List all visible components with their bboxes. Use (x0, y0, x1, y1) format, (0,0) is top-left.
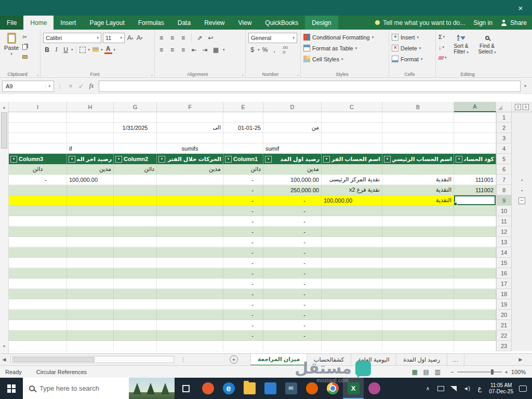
cell-D11[interactable]: - (263, 216, 322, 227)
paste-button[interactable]: Paste ▾ (3, 32, 20, 61)
filter-dropdown-icon[interactable]: ▼ (158, 156, 165, 163)
cell-H11[interactable] (67, 216, 114, 227)
row-header-11[interactable]: 11 (496, 216, 512, 227)
copy-button[interactable] (22, 43, 28, 51)
cell-C18[interactable] (322, 289, 382, 299)
cell-E5[interactable]: ▼Column1 (223, 154, 263, 164)
sheet-tabs-overflow[interactable]: ... (447, 354, 464, 366)
cell-I9[interactable] (9, 195, 67, 206)
cell-E6[interactable]: دائن (223, 164, 263, 175)
cell-B6[interactable] (382, 164, 454, 175)
filter-dropdown-icon[interactable]: ▼ (384, 156, 391, 163)
row-header-12[interactable]: 12 (496, 227, 512, 237)
cell-B19[interactable] (382, 299, 454, 310)
row-header-13[interactable]: 13 (496, 237, 512, 247)
sort-filter-button[interactable]: AZ Sort &Filter ▾ (450, 32, 473, 62)
row-header-5[interactable]: 5 (496, 154, 512, 164)
cancel-icon[interactable]: × (65, 83, 76, 90)
cell-A17[interactable] (454, 278, 496, 289)
cell-H18[interactable] (67, 289, 114, 299)
cell-I15[interactable] (9, 258, 67, 268)
cell-E18[interactable]: - (223, 289, 263, 299)
increase-decimal-button[interactable]: .00 (282, 45, 288, 50)
cell-B15[interactable] (382, 258, 454, 268)
cell-A10[interactable] (454, 206, 496, 216)
align-right-button[interactable]: ≡ (179, 45, 187, 55)
store-icon-slot[interactable] (260, 378, 281, 399)
insert-cells-button[interactable]: Insert ▾ (392, 32, 433, 43)
sheet-tab-4[interactable]: رصيد اول المدة (396, 354, 447, 366)
row-header-16[interactable]: 16 (496, 268, 512, 278)
filter-dropdown-icon[interactable]: ▼ (265, 156, 272, 163)
cell-E15[interactable]: - (223, 258, 263, 268)
cell-G6[interactable]: دائن (114, 164, 157, 175)
cell-A16[interactable] (454, 268, 496, 278)
row-header-7[interactable]: 7 (496, 175, 512, 185)
column-header-C[interactable]: C (322, 102, 382, 112)
cell-H15[interactable] (67, 258, 114, 268)
ribbon-tab-data[interactable]: Data (171, 16, 197, 30)
cell-B5[interactable]: ▼اسم الحساب الرئيسي (382, 154, 454, 164)
ribbon-tab-quickbooks[interactable]: QuickBooks (258, 16, 305, 30)
notifications-icon[interactable] (519, 385, 527, 392)
cell-F4[interactable]: sumifs (157, 143, 223, 154)
firefox-icon[interactable] (306, 382, 318, 394)
cell-E10[interactable]: - (223, 206, 263, 216)
cell-G1[interactable] (114, 112, 157, 123)
cell-E2[interactable]: 01-01-25 (223, 123, 263, 133)
cell-C5[interactable]: ▼اسم الحساب الفرعي (322, 154, 382, 164)
cell-G3[interactable] (114, 133, 157, 143)
cell-A13[interactable] (454, 237, 496, 247)
format-cells-button[interactable]: Format ▾ (392, 54, 433, 64)
scroll-up-icon[interactable]: ▲ (0, 103, 8, 111)
cell-F22[interactable] (157, 330, 223, 341)
cell-A21[interactable] (454, 320, 496, 330)
page-break-view-button[interactable]: ▥ (432, 368, 443, 376)
cell-F9[interactable] (157, 195, 223, 206)
cell-H7[interactable]: 100,000.00 (67, 175, 114, 185)
sign-in-button[interactable]: Sign in (473, 19, 493, 26)
decrease-font-size-button[interactable]: A▾ (136, 33, 143, 43)
cell-E13[interactable]: - (223, 237, 263, 247)
cell-E17[interactable]: - (223, 278, 263, 289)
zoom-slider-thumb[interactable] (491, 369, 494, 375)
cell-E3[interactable] (223, 133, 263, 143)
horizontal-scrollbar-thumb[interactable] (12, 357, 95, 362)
file-explorer-icon-slot[interactable] (239, 378, 260, 399)
cell-D7[interactable]: 100,000.00 (263, 175, 322, 185)
cell-D3[interactable] (263, 133, 322, 143)
excel-icon[interactable]: X (348, 382, 360, 394)
cell-I21[interactable] (9, 320, 67, 330)
percent-style-button[interactable]: % (261, 45, 269, 55)
cell-F7[interactable] (157, 175, 223, 185)
wrap-text-button[interactable]: ↩ (207, 33, 215, 43)
align-top-button[interactable]: ≡ (157, 33, 165, 43)
cell-C8[interactable]: نقدية فرع x2 (322, 185, 382, 195)
cell-A8[interactable]: 111002 (454, 185, 496, 195)
ribbon-tab-view[interactable]: View (232, 16, 259, 30)
cell-F18[interactable] (157, 289, 223, 299)
cell-D10[interactable]: - (263, 206, 322, 216)
cell-B3[interactable] (382, 133, 454, 143)
row-header-20[interactable]: 20 (496, 310, 512, 320)
cell-C11[interactable] (322, 216, 382, 227)
cell-C10[interactable] (322, 206, 382, 216)
row-header-15[interactable]: 15 (496, 258, 512, 268)
decrease-decimal-button[interactable]: .0 (282, 50, 288, 55)
cell-B18[interactable] (382, 289, 454, 299)
cell-G22[interactable] (114, 330, 157, 341)
align-bottom-button[interactable]: ≡ (179, 33, 187, 43)
cell-B14[interactable] (382, 247, 454, 258)
column-header-E[interactable]: E (223, 102, 263, 112)
cell-F3[interactable] (157, 133, 223, 143)
cell-D13[interactable]: - (263, 237, 322, 247)
ribbon-tab-file[interactable]: File (0, 16, 23, 30)
opera-icon[interactable] (202, 382, 214, 394)
cell-D9[interactable]: - (263, 195, 322, 206)
cell-G21[interactable] (114, 320, 157, 330)
cell-H21[interactable] (67, 320, 114, 330)
cell-F13[interactable] (157, 237, 223, 247)
mail-icon[interactable]: ✉ (285, 382, 297, 394)
cell-E12[interactable]: - (223, 227, 263, 237)
cell-C6[interactable] (322, 164, 382, 175)
